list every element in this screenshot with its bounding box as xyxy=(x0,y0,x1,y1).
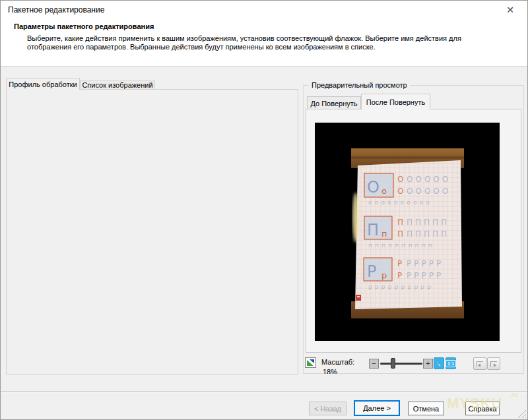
svg-text:РРРРР: РРРРР xyxy=(407,271,444,280)
tab-image-list[interactable]: Список изображений xyxy=(80,80,155,90)
fit-arrow-icon: → xyxy=(434,358,444,369)
svg-text:ООООО: ООООО xyxy=(407,187,451,196)
zoom-slider-track[interactable] xyxy=(380,363,422,365)
svg-text:р: р xyxy=(381,270,387,280)
profile-tab-page xyxy=(6,89,298,375)
svg-text:Р: Р xyxy=(397,271,402,280)
header-description-line1: Выберите, какие действия применить к ваш… xyxy=(27,34,461,42)
svg-text:П: П xyxy=(367,221,379,239)
svg-text:п: п xyxy=(381,229,387,239)
next-image-button[interactable] xyxy=(487,357,500,370)
scale-label: Масштаб: xyxy=(321,358,354,366)
cancel-button[interactable]: Отмена xyxy=(408,402,444,415)
svg-text:ППППП: ППППП xyxy=(407,218,449,227)
fit-to-window-button[interactable]: → xyxy=(434,357,444,369)
svg-text:о: о xyxy=(381,186,387,196)
back-button[interactable]: < Назад xyxy=(309,402,346,415)
svg-text:П: П xyxy=(397,218,403,227)
svg-text:пппппппппп: пппппппппп xyxy=(368,242,435,249)
svg-text:Р: Р xyxy=(397,259,402,268)
footer-separator-highlight xyxy=(1,392,527,392)
previous-image-icon xyxy=(477,361,483,367)
svg-text:П: П xyxy=(397,229,403,239)
wizard-header: Параметры пакетного редактирования Выбер… xyxy=(1,19,527,66)
page-title: Параметры пакетного редактирования xyxy=(14,22,154,30)
scale-value: 18% xyxy=(323,368,345,374)
svg-text:О: О xyxy=(397,187,403,196)
preview-canvas[interactable]: ОоООООООООООООооооооооооПпППППППППППППпп… xyxy=(315,123,500,341)
zoom-in-button[interactable]: + xyxy=(423,359,433,369)
actual-size-button[interactable]: 1:1 xyxy=(446,357,456,369)
batch-edit-dialog: Пакетное редактирование ✕ Параметры паке… xyxy=(0,0,528,420)
resize-grip[interactable] xyxy=(517,409,526,418)
preview-group-label: Предварительный просмотр xyxy=(309,80,410,90)
svg-text:оооооооооо: оооооооооо xyxy=(368,199,432,206)
svg-text:О: О xyxy=(397,175,403,184)
next-button[interactable]: Далее > xyxy=(354,400,400,416)
svg-text:ППППП: ППППП xyxy=(407,229,449,239)
tab-before-rotate[interactable]: До Повернуть xyxy=(307,96,361,109)
close-icon[interactable]: ✕ xyxy=(498,3,522,17)
window-title: Пакетное редактирование xyxy=(8,5,104,15)
preview-photo: ОоООООООООООООооооооооооПпППППППППППППпп… xyxy=(351,148,464,318)
svg-text:О: О xyxy=(367,178,380,196)
svg-text:РРРРР: РРРРР xyxy=(407,259,444,268)
help-button[interactable]: Справка xyxy=(465,402,500,415)
title-bar: Пакетное редактирование ✕ xyxy=(1,1,527,19)
preview-mode-icon[interactable] xyxy=(305,357,316,368)
svg-text:Р: Р xyxy=(367,262,376,281)
preview-panel: ОоООООООООООООооооооооооПпППППППППППППпп… xyxy=(306,109,521,353)
header-description-line2: отображения его параметров. Выбранные де… xyxy=(27,43,376,51)
header-separator xyxy=(1,66,527,67)
next-image-icon xyxy=(490,361,497,367)
svg-text:рррррррррр: рррррррррр xyxy=(368,284,434,290)
zoom-slider-thumb[interactable] xyxy=(391,358,395,369)
previous-image-button[interactable] xyxy=(473,357,486,370)
tab-after-rotate[interactable]: После Повернуть xyxy=(361,94,430,109)
svg-text:ООООО: ООООО xyxy=(407,175,451,184)
zoom-out-button[interactable]: − xyxy=(369,359,379,369)
tab-processing-profile[interactable]: Профиль обработки xyxy=(6,78,80,90)
one-to-one-icon: 1:1 xyxy=(446,360,456,367)
